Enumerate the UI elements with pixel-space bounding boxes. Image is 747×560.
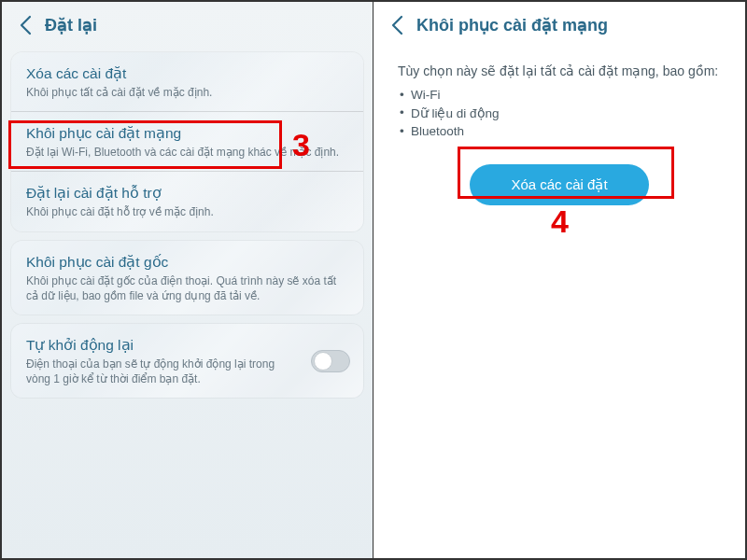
toggle-knob [314,352,332,371]
factory-reset-row[interactable]: Khôi phục cài đặt gốc Khôi phục cài đặt … [11,241,363,315]
reset-description: Tùy chọn này sẽ đặt lại tất cả cài đặt m… [398,63,721,78]
settings-list: Xóa các cài đặt Khôi phục tất cả cài đặt… [2,45,373,409]
step-number-3: 3 [292,127,310,163]
setting-title: Tự khởi động lại [26,337,348,354]
settings-group-3: Tự khởi động lại Điện thoại của bạn sẽ t… [11,324,363,398]
step-number-4: 4 [551,203,569,240]
bullet-wifi: Wi-Fi [411,86,721,104]
setting-title: Xóa các cài đặt [26,65,348,82]
reset-settings-button[interactable]: Xóa các cài đặt [470,164,648,205]
settings-group-2: Khôi phục cài đặt gốc Khôi phục cài đặt … [11,241,363,315]
settings-group-1: Xóa các cài đặt Khôi phục tất cả cài đặt… [11,52,363,231]
setting-desc: Điện thoại của bạn sẽ tự động khởi động … [26,357,348,386]
bullet-mobile-data: Dữ liệu di động [411,104,721,122]
bullet-bluetooth: Bluetooth [411,122,721,140]
left-header: Đặt lại [2,2,373,45]
back-icon[interactable] [19,15,32,35]
left-screen: Đặt lại Xóa các cài đặt Khôi phục tất cả… [2,2,374,558]
right-header: Khôi phục cài đặt mạng [374,2,745,45]
action-wrap: Xóa các cài đặt [398,164,721,205]
setting-title: Khôi phục cài đặt gốc [26,254,348,271]
page-title: Đặt lại [45,15,97,35]
page-title: Khôi phục cài đặt mạng [416,15,608,35]
setting-title: Đặt lại cài đặt hỗ trợ [26,185,348,202]
setting-desc: Khôi phục cài đặt gốc của điện thoại. Qu… [26,273,348,303]
reset-all-settings-row[interactable]: Xóa các cài đặt Khôi phục tất cả cài đặt… [11,52,363,111]
reset-network-settings-row[interactable]: Khôi phục cài đặt mạng Đặt lại Wi-Fi, Bl… [11,111,363,171]
reset-accessibility-row[interactable]: Đặt lại cài đặt hỗ trợ Khôi phục cài đặt… [11,171,363,231]
right-content: Tùy chọn này sẽ đặt lại tất cả cài đặt m… [374,45,745,224]
reset-bullets: Wi-Fi Dữ liệu di động Bluetooth [398,86,721,140]
setting-desc: Khôi phục cài đặt hỗ trợ về mặc định. [26,204,348,219]
back-icon[interactable] [390,15,403,35]
right-screen: Khôi phục cài đặt mạng Tùy chọn này sẽ đ… [374,2,745,558]
auto-restart-row[interactable]: Tự khởi động lại Điện thoại của bạn sẽ t… [11,324,363,398]
setting-desc: Khôi phục tất cả cài đặt về mặc định. [26,85,348,100]
auto-restart-toggle[interactable] [311,350,350,372]
